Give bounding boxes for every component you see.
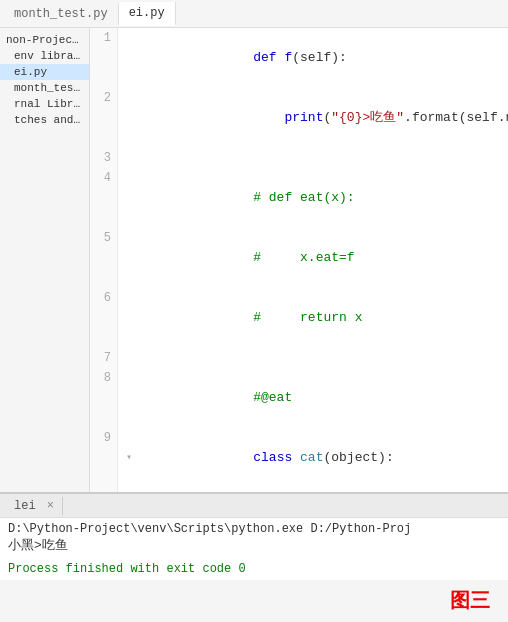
sidebar-ei[interactable]: ei.py bbox=[0, 64, 89, 80]
code-editor[interactable]: 1 def f(self): 2 print("{0}>吃鱼".format(s… bbox=[90, 28, 508, 492]
sidebar-project[interactable]: non-Project D:\ bbox=[0, 32, 89, 48]
code-line-3: 3 bbox=[90, 148, 508, 168]
sidebar-libraries[interactable]: rnal Libraries bbox=[0, 96, 89, 112]
code-line-6: 6 # return x bbox=[90, 288, 508, 348]
terminal-result-line: 小黑>吃鱼 bbox=[8, 536, 500, 554]
code-line-4: 4 # def eat(x): bbox=[90, 168, 508, 228]
bottom-panel: lei × D:\Python-Project\venv\Scripts\pyt… bbox=[0, 492, 508, 622]
code-lines: 1 def f(self): 2 print("{0}>吃鱼".format(s… bbox=[90, 28, 508, 492]
sidebar-env[interactable]: env library root bbox=[0, 48, 89, 64]
terminal-process-line: Process finished with exit code 0 bbox=[8, 562, 500, 576]
code-line-5: 5 # x.eat=f bbox=[90, 228, 508, 288]
tab-month-test[interactable]: month_test.py bbox=[4, 3, 119, 25]
terminal-area: D:\Python-Project\venv\Scripts\python.ex… bbox=[0, 518, 508, 622]
editor-container: non-Project D:\ env library root ei.py m… bbox=[0, 28, 508, 492]
code-line-7: 7 bbox=[90, 348, 508, 368]
terminal-output: D:\Python-Project\venv\Scripts\python.ex… bbox=[0, 518, 508, 580]
fig-label: 图三 bbox=[450, 587, 490, 614]
sidebar: non-Project D:\ env library root ei.py m… bbox=[0, 28, 90, 492]
bottom-tab-lei[interactable]: lei × bbox=[6, 497, 63, 515]
close-tab-icon[interactable]: × bbox=[47, 499, 54, 513]
code-line-8: 8 #@eat bbox=[90, 368, 508, 428]
tab-bar: month_test.py ei.py bbox=[0, 0, 508, 28]
sidebar-month-test[interactable]: month_test.py bbox=[0, 80, 89, 96]
code-line-9: 9 ▾ class cat(object): bbox=[90, 428, 508, 488]
sidebar-scratches[interactable]: tches and Cons bbox=[0, 112, 89, 128]
tab-ei[interactable]: ei.py bbox=[119, 2, 176, 26]
code-line-1: 1 def f(self): bbox=[90, 28, 508, 88]
terminal-path-line: D:\Python-Project\venv\Scripts\python.ex… bbox=[8, 522, 500, 536]
code-line-2: 2 print("{0}>吃鱼".format(self.name)) bbox=[90, 88, 508, 148]
bottom-tab-bar: lei × bbox=[0, 494, 508, 518]
